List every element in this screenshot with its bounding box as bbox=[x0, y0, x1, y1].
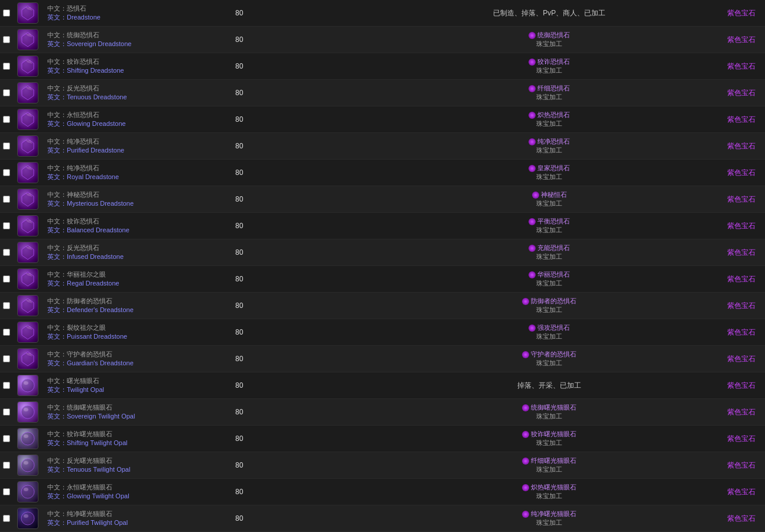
row-checkbox[interactable] bbox=[3, 302, 10, 309]
gem-source: 狡诈曙光猫眼石珠宝加工 bbox=[381, 427, 718, 450]
gem-source: 纤细曙光猫眼石珠宝加工 bbox=[381, 454, 718, 476]
gem-name-en[interactable]: 英文：Glowing Dreadstone bbox=[47, 119, 211, 128]
table-row: 中文：神秘恐惧石英文：Mysterious Dreadstone80神秘恒石珠宝… bbox=[0, 186, 765, 213]
row-checkbox-col bbox=[0, 460, 13, 470]
gem-level: 80 bbox=[216, 328, 263, 336]
gem-icon bbox=[17, 322, 38, 343]
craft-name-text[interactable]: 防御者的恐惧石 bbox=[531, 297, 576, 304]
craft-name-text[interactable]: 纤细恐惧石 bbox=[537, 85, 570, 92]
gem-name-en[interactable]: 英文：Tenuous Dreadstone bbox=[47, 93, 211, 102]
svg-point-38 bbox=[21, 512, 34, 525]
gem-name-en[interactable]: 英文：Royal Dreadstone bbox=[47, 173, 211, 181]
gem-icon bbox=[17, 29, 38, 50]
row-checkbox[interactable] bbox=[3, 222, 10, 229]
gem-name-en[interactable]: 英文：Defender's Dreadstone bbox=[47, 306, 211, 314]
gem-type: 紫色宝石 bbox=[718, 219, 765, 233]
row-checkbox[interactable] bbox=[3, 249, 10, 256]
gem-name-en[interactable]: 英文：Twilight Opal bbox=[47, 385, 211, 394]
gem-name-en[interactable]: 英文：Dreadstone bbox=[47, 13, 211, 22]
gem-name-en[interactable]: 英文：Regal Dreadstone bbox=[47, 279, 211, 288]
craft-name-text[interactable]: 皇家恐惧石 bbox=[537, 164, 570, 171]
gem-name-en[interactable]: 英文：Shifting Twilight Opal bbox=[47, 439, 211, 447]
craft-name-text[interactable]: 统御恐惧石 bbox=[537, 31, 570, 38]
row-checkbox-col bbox=[0, 407, 13, 417]
gem-name-en[interactable]: 英文：Glowing Twilight Opal bbox=[47, 492, 211, 501]
row-checkbox[interactable] bbox=[3, 36, 10, 43]
table-row: 中文：狡诈恐惧石英文：Shifting Dreadstone80狡诈恐惧石珠宝加… bbox=[0, 53, 765, 80]
craft-name-text[interactable]: 纯净恐惧石 bbox=[537, 138, 570, 145]
gem-icon bbox=[17, 135, 38, 157]
gem-icon bbox=[17, 455, 38, 476]
gem-level: 80 bbox=[216, 222, 263, 230]
gem-source: 已制造、掉落、PvP、商人、已加工 bbox=[381, 6, 718, 21]
craft-name-text[interactable]: 平衡恐惧石 bbox=[537, 218, 570, 225]
gem-icon-col bbox=[13, 453, 43, 477]
craft-sub: 珠宝加工 bbox=[386, 359, 713, 368]
craft-sub: 珠宝加工 bbox=[386, 518, 713, 527]
craft-name-text[interactable]: 狡诈曙光猫眼石 bbox=[531, 430, 576, 437]
row-checkbox[interactable] bbox=[3, 382, 10, 389]
gem-level: 80 bbox=[216, 461, 263, 469]
craft-sub: 珠宝加工 bbox=[386, 66, 713, 75]
row-checkbox-col bbox=[0, 35, 13, 44]
row-checkbox[interactable] bbox=[3, 169, 10, 176]
gem-name-en[interactable]: 英文：Sovereign Dreadstone bbox=[47, 40, 211, 48]
gem-name-en[interactable]: 英文：Infused Dreadstone bbox=[47, 252, 211, 261]
craft-name-text[interactable]: 神秘恒石 bbox=[541, 191, 567, 198]
row-checkbox[interactable] bbox=[3, 435, 10, 442]
craft-icon bbox=[529, 245, 536, 252]
row-checkbox[interactable] bbox=[3, 355, 10, 362]
craft-line: 充能恐惧石 bbox=[386, 244, 713, 252]
row-checkbox[interactable] bbox=[3, 488, 10, 495]
row-checkbox[interactable] bbox=[3, 142, 10, 150]
gem-name-cn: 中文：反光恐惧石 bbox=[47, 84, 211, 93]
gem-name-en[interactable]: 英文：Sovereign Twilight Opal bbox=[47, 412, 211, 421]
gem-icon-col bbox=[13, 54, 43, 78]
gem-source: 掉落、开采、已加工 bbox=[381, 378, 718, 393]
gem-name-en[interactable]: 英文：Puissant Dreadstone bbox=[47, 332, 211, 341]
craft-name-text[interactable]: 华丽恐惧石 bbox=[537, 271, 570, 278]
gem-name-cn: 中文：狡诈曙光猫眼石 bbox=[47, 430, 211, 439]
gem-name-en[interactable]: 英文：Purified Twilight Opal bbox=[47, 518, 211, 527]
craft-sub: 珠宝加工 bbox=[386, 465, 713, 474]
row-checkbox[interactable] bbox=[3, 462, 10, 469]
gem-name-en[interactable]: 英文：Mysterious Dreadstone bbox=[47, 199, 211, 208]
craft-name-text[interactable]: 炽热曙光猫眼石 bbox=[531, 484, 576, 491]
gem-name-en[interactable]: 英文：Balanced Dreadstone bbox=[47, 226, 211, 235]
gem-type: 紫色宝石 bbox=[718, 299, 765, 313]
craft-name-text[interactable]: 充能恐惧石 bbox=[537, 244, 570, 251]
row-checkbox[interactable] bbox=[3, 515, 10, 522]
row-checkbox[interactable] bbox=[3, 89, 10, 96]
table-row: 中文：反光恐惧石英文：Tenuous Dreadstone80纤细恐惧石珠宝加工… bbox=[0, 80, 765, 106]
row-checkbox[interactable] bbox=[3, 196, 10, 203]
craft-line: 纯净恐惧石 bbox=[386, 137, 713, 146]
row-checkbox[interactable] bbox=[3, 329, 10, 336]
row-checkbox[interactable] bbox=[3, 63, 10, 70]
gem-name-en[interactable]: 英文：Purified Dreadstone bbox=[47, 146, 211, 155]
gem-source: 华丽恐惧石珠宝加工 bbox=[381, 268, 718, 290]
svg-point-30 bbox=[21, 406, 34, 419]
gem-source: 守护者的恐惧石珠宝加工 bbox=[381, 348, 718, 370]
svg-point-36 bbox=[21, 485, 34, 498]
gem-name-en[interactable]: 英文：Tenuous Twilight Opal bbox=[47, 465, 211, 474]
gem-source: 纯净曙光猫眼石珠宝加工 bbox=[381, 507, 718, 530]
gem-source: 炽热恐惧石珠宝加工 bbox=[381, 108, 718, 131]
gem-name-cn: 中文：华丽祖尔之眼 bbox=[47, 270, 211, 279]
gem-type: 紫色宝石 bbox=[718, 405, 765, 420]
craft-name-text[interactable]: 强攻恐惧石 bbox=[537, 324, 570, 331]
craft-name-text[interactable]: 统御曙光猫眼石 bbox=[531, 404, 576, 411]
row-checkbox[interactable] bbox=[3, 116, 10, 123]
craft-name-text[interactable]: 纯净曙光猫眼石 bbox=[531, 510, 576, 517]
craft-name-text[interactable]: 纤细曙光猫眼石 bbox=[531, 457, 576, 464]
gem-name-en[interactable]: 英文：Guardian's Dreadstone bbox=[47, 359, 211, 368]
craft-name-text[interactable]: 狡诈恐惧石 bbox=[537, 58, 570, 65]
gem-name-en[interactable]: 英文：Shifting Dreadstone bbox=[47, 66, 211, 75]
row-checkbox[interactable] bbox=[3, 9, 10, 17]
row-checkbox-col bbox=[0, 221, 13, 231]
craft-line: 狡诈恐惧石 bbox=[386, 57, 713, 66]
craft-name-text[interactable]: 炽热恐惧石 bbox=[537, 111, 570, 118]
row-checkbox[interactable] bbox=[3, 275, 10, 283]
gem-icon bbox=[17, 428, 38, 449]
row-checkbox[interactable] bbox=[3, 408, 10, 416]
craft-name-text[interactable]: 守护者的恐惧石 bbox=[531, 351, 576, 358]
